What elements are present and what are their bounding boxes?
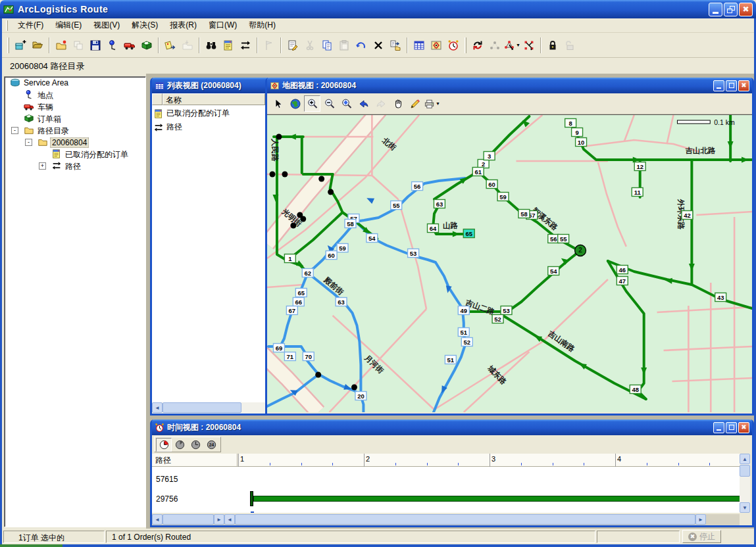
scroll-left-icon[interactable]: ◄ [152,402,163,413]
dropdown-caret-icon[interactable]: ▼ [516,43,520,47]
map-stop-67[interactable]: 67 [286,306,297,315]
map-stop-59[interactable]: 59 [497,193,509,201]
clock-24-button[interactable]: 24 [203,438,219,452]
map-stop-1[interactable]: 1 [284,254,295,263]
map-stop-11[interactable]: 11 [632,188,643,197]
menu-item-3[interactable]: 解决(S) [126,18,164,33]
network-nodes-button[interactable] [520,37,538,54]
print-button[interactable]: ▼ [424,95,440,112]
move-order-button[interactable] [387,37,404,54]
dropdown-caret-icon[interactable]: ▼ [436,101,440,106]
map-maximize-button[interactable] [726,80,737,91]
map-stop-55[interactable]: 55 [391,201,402,210]
map-stop-65[interactable]: 65 [463,229,474,238]
lock-button[interactable] [544,37,561,54]
list-view-grid-button[interactable] [411,37,428,54]
collapse-icon[interactable]: - [11,127,18,134]
map-stop-54[interactable]: 54 [366,234,378,243]
menu-item-6[interactable]: 帮助(H) [243,18,282,33]
time-view-clock-button[interactable] [445,37,462,54]
pan-hand-button[interactable] [390,95,406,112]
map-stop-62[interactable]: 62 [302,269,313,277]
map-stop-52[interactable]: 52 [492,315,503,323]
map-stop-59[interactable]: 59 [337,244,348,252]
back-arrow-button[interactable] [355,95,372,112]
map-stop-49[interactable]: 49 [458,306,469,315]
scroll-thumb-2[interactable] [235,514,695,525]
scroll-right-icon-2[interactable]: ► [695,514,706,525]
menu-item-0[interactable]: 文件(F) [12,18,49,33]
zoom-in-button[interactable] [304,95,320,112]
pane-left-icon[interactable]: ◄ [224,514,235,525]
row-selector-header[interactable] [152,93,163,105]
collapse-icon[interactable]: - [25,139,32,146]
route-time-bar[interactable] [253,496,742,502]
tree-item-5[interactable]: -20060804 [5,136,145,148]
orders-box-button[interactable] [138,37,155,54]
unassigned-order-dot[interactable] [318,176,324,182]
map-stop-12[interactable]: 12 [634,162,645,171]
tree-item-3[interactable]: 订单箱 [5,112,145,124]
map-stop-60[interactable]: 60 [486,180,497,189]
map-stop-55[interactable]: 55 [558,235,569,243]
expand-icon[interactable]: + [39,162,46,170]
delete-button[interactable] [370,37,387,54]
route-arrows-button[interactable] [237,37,254,54]
tree-item-1[interactable]: 地点 [5,89,145,101]
new-project-button[interactable] [12,37,29,54]
stop-button[interactable]: ✖ 停止 [682,530,721,543]
name-column-header[interactable]: 名称 [163,93,265,105]
map-stop-47[interactable]: 47 [617,277,628,285]
map-stop-60[interactable]: 60 [326,251,337,260]
unassigned-order-dot[interactable] [282,172,288,178]
find-binoculars-button[interactable] [203,37,220,54]
save-button[interactable] [87,37,104,54]
map-stop-58[interactable]: 58 [345,220,356,228]
time-view-titlebar[interactable]: 时间视图 : 20060804 ✖ [152,419,752,435]
map-stop-54[interactable]: 54 [548,267,559,275]
map-stop-10[interactable]: 10 [576,138,587,147]
map-stop-20[interactable]: 20 [355,392,366,400]
unassigned-order-dot[interactable] [269,172,275,178]
map-stop-42[interactable]: 42 [682,211,693,220]
minimize-button[interactable] [709,3,722,16]
open-project-button[interactable] [29,37,46,54]
map-stop-56[interactable]: 56 [412,182,423,191]
vehicle-truck-button[interactable] [121,37,138,54]
map-stop-2[interactable]: 2 [478,160,489,168]
orders-pad-button[interactable] [220,37,237,54]
map-stop-53[interactable]: 53 [408,249,419,258]
scroll-left-icon[interactable]: ◄ [152,514,163,525]
tree-item-2[interactable]: 车辆 [5,101,145,112]
map-view-button[interactable] [428,37,445,54]
unassigned-order-dot[interactable] [328,189,334,195]
close-button[interactable]: ✖ [739,3,753,16]
scroll-thumb[interactable] [163,402,241,413]
globe-full-extent-button[interactable] [287,95,303,112]
map-stop-70[interactable]: 70 [303,352,314,361]
map-stop-9[interactable]: 9 [572,128,583,137]
map-stop-43[interactable]: 43 [715,293,726,302]
cursor-arrow-button[interactable] [270,95,286,112]
map-stop-64[interactable]: 64 [428,224,439,233]
map-stop-3[interactable]: 3 [484,152,495,160]
map-canvas[interactable]: 北街吉山北路智溪东路外环东路山路人民路光明街殿前街月河街城东路吉山二路吉山南路5… [267,114,752,412]
map-stop-58[interactable]: 58 [518,210,530,218]
menu-item-4[interactable]: 报表(R) [164,18,203,33]
tree-item-6[interactable]: 已取消分配的订单 [5,148,145,160]
map-stop-48[interactable]: 48 [630,385,641,394]
network-edit-button[interactable]: ▼ [503,37,520,54]
time-maximize-button[interactable] [726,422,737,433]
map-stop-51[interactable]: 51 [445,356,456,364]
copy-button[interactable] [318,37,336,54]
map-close-button[interactable]: ✖ [738,80,749,91]
clock-quarter-button[interactable] [172,438,188,452]
unassigned-order-dot[interactable] [351,385,357,391]
depot-marker[interactable]: 2 [575,245,586,256]
scroll-thumb[interactable] [163,514,214,525]
undo-button[interactable] [353,37,370,54]
map-stop-71[interactable]: 71 [284,352,295,361]
map-stop-63[interactable]: 63 [336,298,347,306]
route-column-header[interactable]: 路径 [152,454,238,467]
new-folder-button[interactable] [53,37,70,54]
